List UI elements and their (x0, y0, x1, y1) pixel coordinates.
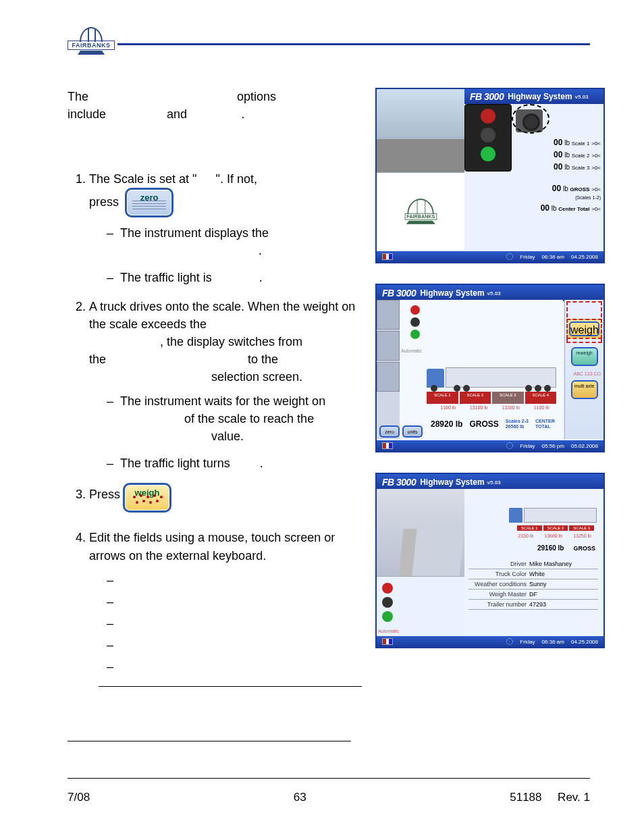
app-name: FB 3000 (382, 288, 416, 298)
axle-label: SCALE 4 (525, 392, 557, 404)
text: The instrument displays the (120, 226, 269, 240)
status-day: Friday (520, 639, 535, 645)
screenshot-3: FB 3000 Highway System v5.03 Automatic (375, 473, 605, 648)
gear-icon[interactable] (506, 638, 513, 645)
flag-icon[interactable] (382, 638, 393, 645)
footer-center: 63 (294, 791, 306, 804)
mode-label: Automatic (401, 348, 422, 353)
field-value[interactable]: Mike Mashaney (529, 561, 598, 567)
flag-icon[interactable] (382, 442, 393, 449)
app-version: v5.03 (575, 94, 589, 100)
text: The traffic light turns (120, 457, 230, 470)
text: Press (89, 483, 120, 503)
sub-item (107, 593, 362, 610)
app-subtitle: Highway System (508, 92, 572, 101)
light-green (382, 611, 393, 622)
field-value[interactable]: 47293 (529, 601, 598, 608)
app-name: FB 3000 (382, 477, 416, 488)
step-4-sublist (89, 571, 362, 675)
status-bar: Friday 05:56 pm 05.02.2008 (377, 440, 603, 451)
app-subtitle: Highway System (420, 477, 484, 487)
gross-weight: 28920 lb GROSS Scales 2-326560 lb CENTER… (431, 419, 555, 429)
plate-label: ABC 123 CO (568, 371, 601, 376)
status-time: 06:36 am (542, 254, 564, 260)
text: . (259, 244, 262, 257)
mode-label: Automatic (378, 629, 399, 633)
app-titlebar: FB 3000 Highway System v5.03 (377, 474, 603, 490)
action-sidebar: weigh reweigh ABC 123 CO multi axle (564, 300, 603, 439)
header-rule (117, 43, 590, 45)
light-yellow (410, 317, 420, 327)
light-red (382, 583, 393, 594)
step-1-sub-2: The traffic light is . (107, 269, 362, 286)
document-text: The options include and . The Scale is s… (68, 88, 362, 741)
weigh-button-graphic: weigh (123, 483, 171, 513)
camera-view (377, 489, 464, 577)
text: include (68, 107, 106, 121)
traffic-light (379, 579, 396, 625)
field-label: Driver (468, 561, 529, 567)
truck-graphic (427, 361, 556, 392)
light-red (410, 305, 420, 315)
units-button[interactable]: units (402, 425, 423, 438)
bottom-buttons: zero units (379, 425, 423, 438)
weight-readouts: 00 lb Scale 1 >0< 00 lb Scale 2 >0< 00 l… (541, 136, 601, 214)
text: , the display switches from (160, 335, 302, 348)
status-date: 04.25.2008 (571, 639, 598, 645)
text: The (68, 90, 88, 103)
gear-icon[interactable] (506, 442, 513, 449)
divider (68, 741, 351, 741)
gross-weight: 29160 lbGROSS (537, 544, 595, 552)
app-name: FB 3000 (470, 91, 504, 102)
text: . (241, 107, 244, 121)
sub-item (107, 658, 362, 675)
step-4: Edit the fields using a mouse, touch scr… (89, 529, 362, 675)
text: The instrument waits for the weight on (120, 394, 325, 408)
text: press (89, 195, 119, 209)
status-date: 04.25.2008 (571, 254, 598, 260)
zero-button[interactable]: zero (379, 425, 400, 438)
truck-graphic (509, 498, 597, 525)
page-header: FAIRBANKS (68, 27, 590, 61)
field-value[interactable]: White (529, 571, 598, 577)
text: to the (248, 353, 278, 366)
field-label: Truck Color (468, 571, 529, 577)
step-2: A truck drives onto the scale. When the … (89, 298, 362, 473)
text: value. (211, 429, 244, 443)
light-red (481, 109, 495, 124)
sub-item (107, 615, 362, 632)
axle-label: SCALE 3 (492, 392, 524, 404)
page-footer: 7/08 63 51188 Rev. 1 (68, 778, 590, 804)
field-label: Trailer number (468, 601, 529, 608)
axle-weights: 1100 lb13100 lb 13380 lb1100 lb (433, 405, 556, 410)
flag-icon[interactable] (382, 253, 393, 260)
weigh-button[interactable]: weigh (566, 319, 602, 339)
status-bar: Friday 06:36 am 04.25.2008 (377, 251, 603, 262)
thumbnail[interactable] (377, 331, 400, 361)
thumbnail[interactable] (377, 362, 400, 392)
field-value[interactable]: DF (529, 591, 598, 598)
text: . (259, 271, 263, 284)
traffic-light (464, 104, 512, 172)
light-yellow (481, 128, 495, 142)
field-value[interactable]: Sunny (529, 581, 598, 588)
status-day: Friday (520, 254, 535, 260)
step-1: The Scale is set at " ". If not, press z… (89, 170, 362, 286)
app-titlebar: FB 3000 Highway System v5.03 (377, 285, 603, 301)
axle-label: SCALE 2 (460, 392, 491, 404)
app-subtitle: Highway System (420, 288, 484, 298)
traffic-light (404, 303, 427, 342)
multi-axle-button[interactable]: multi axle (571, 380, 598, 399)
status-bar: Friday 06:36 am 04.25.2008 (377, 636, 603, 647)
axle-labels: SCALE 1 SCALE 2 SCALE 3 SCALE 4 (427, 392, 556, 404)
sub-item (107, 571, 362, 589)
reweigh-button[interactable]: reweigh (571, 347, 598, 366)
app-version: v5.03 (487, 479, 501, 486)
text: the (89, 353, 106, 366)
gear-icon[interactable] (506, 253, 513, 260)
thumbnail[interactable] (377, 300, 400, 330)
camera-view (377, 89, 464, 173)
field-label: Weigh Master (468, 591, 529, 598)
camera-icon[interactable] (516, 109, 543, 132)
text: Edit the fields using a mouse, touch scr… (89, 531, 335, 562)
